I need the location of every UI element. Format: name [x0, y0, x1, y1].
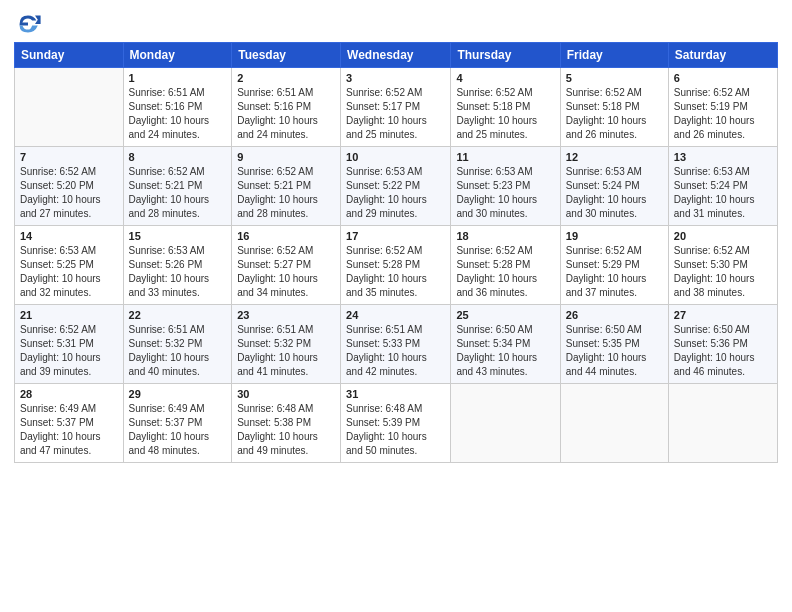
- sunrise-text: Sunrise: 6:51 AM: [237, 324, 313, 335]
- header-friday: Friday: [560, 43, 668, 68]
- sunset-text: Sunset: 5:18 PM: [456, 101, 530, 112]
- calendar-cell: 16 Sunrise: 6:52 AM Sunset: 5:27 PM Dayl…: [232, 226, 341, 305]
- calendar-cell: 22 Sunrise: 6:51 AM Sunset: 5:32 PM Dayl…: [123, 305, 232, 384]
- day-number: 2: [237, 72, 335, 84]
- calendar-cell: 18 Sunrise: 6:52 AM Sunset: 5:28 PM Dayl…: [451, 226, 560, 305]
- daylight-text: Daylight: 10 hours and 24 minutes.: [129, 115, 210, 140]
- calendar-cell: 24 Sunrise: 6:51 AM Sunset: 5:33 PM Dayl…: [341, 305, 451, 384]
- daylight-text: Daylight: 10 hours and 25 minutes.: [346, 115, 427, 140]
- calendar-cell: [668, 384, 777, 463]
- sunrise-text: Sunrise: 6:53 AM: [674, 166, 750, 177]
- sunrise-text: Sunrise: 6:52 AM: [674, 245, 750, 256]
- sunrise-text: Sunrise: 6:53 AM: [20, 245, 96, 256]
- logo: [14, 10, 46, 38]
- day-info: Sunrise: 6:53 AM Sunset: 5:23 PM Dayligh…: [456, 165, 554, 221]
- header-thursday: Thursday: [451, 43, 560, 68]
- sunrise-text: Sunrise: 6:53 AM: [566, 166, 642, 177]
- day-number: 12: [566, 151, 663, 163]
- day-info: Sunrise: 6:51 AM Sunset: 5:32 PM Dayligh…: [129, 323, 227, 379]
- day-number: 3: [346, 72, 445, 84]
- sunset-text: Sunset: 5:24 PM: [674, 180, 748, 191]
- sunset-text: Sunset: 5:37 PM: [20, 417, 94, 428]
- sunrise-text: Sunrise: 6:52 AM: [129, 166, 205, 177]
- day-number: 1: [129, 72, 227, 84]
- day-number: 15: [129, 230, 227, 242]
- day-info: Sunrise: 6:52 AM Sunset: 5:18 PM Dayligh…: [566, 86, 663, 142]
- daylight-text: Daylight: 10 hours and 46 minutes.: [674, 352, 755, 377]
- sunrise-text: Sunrise: 6:49 AM: [20, 403, 96, 414]
- daylight-text: Daylight: 10 hours and 28 minutes.: [237, 194, 318, 219]
- sunrise-text: Sunrise: 6:53 AM: [129, 245, 205, 256]
- calendar-cell: [560, 384, 668, 463]
- day-number: 27: [674, 309, 772, 321]
- sunset-text: Sunset: 5:17 PM: [346, 101, 420, 112]
- day-info: Sunrise: 6:50 AM Sunset: 5:36 PM Dayligh…: [674, 323, 772, 379]
- day-info: Sunrise: 6:52 AM Sunset: 5:28 PM Dayligh…: [456, 244, 554, 300]
- calendar-week-row: 1 Sunrise: 6:51 AM Sunset: 5:16 PM Dayli…: [15, 68, 778, 147]
- sunrise-text: Sunrise: 6:52 AM: [346, 245, 422, 256]
- calendar-cell: 3 Sunrise: 6:52 AM Sunset: 5:17 PM Dayli…: [341, 68, 451, 147]
- day-info: Sunrise: 6:52 AM Sunset: 5:21 PM Dayligh…: [237, 165, 335, 221]
- day-number: 24: [346, 309, 445, 321]
- sunrise-text: Sunrise: 6:50 AM: [674, 324, 750, 335]
- calendar-cell: 29 Sunrise: 6:49 AM Sunset: 5:37 PM Dayl…: [123, 384, 232, 463]
- day-info: Sunrise: 6:53 AM Sunset: 5:24 PM Dayligh…: [566, 165, 663, 221]
- day-info: Sunrise: 6:49 AM Sunset: 5:37 PM Dayligh…: [129, 402, 227, 458]
- sunrise-text: Sunrise: 6:52 AM: [566, 245, 642, 256]
- calendar-cell: 26 Sunrise: 6:50 AM Sunset: 5:35 PM Dayl…: [560, 305, 668, 384]
- daylight-text: Daylight: 10 hours and 48 minutes.: [129, 431, 210, 456]
- sunset-text: Sunset: 5:16 PM: [237, 101, 311, 112]
- daylight-text: Daylight: 10 hours and 34 minutes.: [237, 273, 318, 298]
- day-info: Sunrise: 6:52 AM Sunset: 5:27 PM Dayligh…: [237, 244, 335, 300]
- sunset-text: Sunset: 5:23 PM: [456, 180, 530, 191]
- daylight-text: Daylight: 10 hours and 35 minutes.: [346, 273, 427, 298]
- calendar-cell: 10 Sunrise: 6:53 AM Sunset: 5:22 PM Dayl…: [341, 147, 451, 226]
- sunrise-text: Sunrise: 6:50 AM: [566, 324, 642, 335]
- sunset-text: Sunset: 5:26 PM: [129, 259, 203, 270]
- sunset-text: Sunset: 5:34 PM: [456, 338, 530, 349]
- day-number: 5: [566, 72, 663, 84]
- day-info: Sunrise: 6:53 AM Sunset: 5:25 PM Dayligh…: [20, 244, 118, 300]
- calendar-cell: 1 Sunrise: 6:51 AM Sunset: 5:16 PM Dayli…: [123, 68, 232, 147]
- sunset-text: Sunset: 5:22 PM: [346, 180, 420, 191]
- sunset-text: Sunset: 5:32 PM: [129, 338, 203, 349]
- day-info: Sunrise: 6:50 AM Sunset: 5:35 PM Dayligh…: [566, 323, 663, 379]
- calendar-cell: 31 Sunrise: 6:48 AM Sunset: 5:39 PM Dayl…: [341, 384, 451, 463]
- calendar-cell: 14 Sunrise: 6:53 AM Sunset: 5:25 PM Dayl…: [15, 226, 124, 305]
- daylight-text: Daylight: 10 hours and 25 minutes.: [456, 115, 537, 140]
- day-info: Sunrise: 6:51 AM Sunset: 5:16 PM Dayligh…: [237, 86, 335, 142]
- sunrise-text: Sunrise: 6:48 AM: [237, 403, 313, 414]
- daylight-text: Daylight: 10 hours and 29 minutes.: [346, 194, 427, 219]
- sunset-text: Sunset: 5:29 PM: [566, 259, 640, 270]
- sunset-text: Sunset: 5:30 PM: [674, 259, 748, 270]
- day-number: 18: [456, 230, 554, 242]
- day-info: Sunrise: 6:53 AM Sunset: 5:24 PM Dayligh…: [674, 165, 772, 221]
- daylight-text: Daylight: 10 hours and 47 minutes.: [20, 431, 101, 456]
- sunset-text: Sunset: 5:21 PM: [237, 180, 311, 191]
- sunset-text: Sunset: 5:36 PM: [674, 338, 748, 349]
- sunrise-text: Sunrise: 6:52 AM: [237, 166, 313, 177]
- sunset-text: Sunset: 5:32 PM: [237, 338, 311, 349]
- day-info: Sunrise: 6:52 AM Sunset: 5:17 PM Dayligh…: [346, 86, 445, 142]
- sunset-text: Sunset: 5:35 PM: [566, 338, 640, 349]
- logo-icon: [14, 10, 42, 38]
- daylight-text: Daylight: 10 hours and 30 minutes.: [566, 194, 647, 219]
- sunrise-text: Sunrise: 6:52 AM: [566, 87, 642, 98]
- sunrise-text: Sunrise: 6:52 AM: [346, 87, 422, 98]
- daylight-text: Daylight: 10 hours and 26 minutes.: [566, 115, 647, 140]
- weekday-header-row: Sunday Monday Tuesday Wednesday Thursday…: [15, 43, 778, 68]
- daylight-text: Daylight: 10 hours and 39 minutes.: [20, 352, 101, 377]
- sunrise-text: Sunrise: 6:52 AM: [20, 166, 96, 177]
- sunset-text: Sunset: 5:37 PM: [129, 417, 203, 428]
- calendar-cell: 15 Sunrise: 6:53 AM Sunset: 5:26 PM Dayl…: [123, 226, 232, 305]
- daylight-text: Daylight: 10 hours and 49 minutes.: [237, 431, 318, 456]
- sunrise-text: Sunrise: 6:52 AM: [674, 87, 750, 98]
- daylight-text: Daylight: 10 hours and 50 minutes.: [346, 431, 427, 456]
- sunrise-text: Sunrise: 6:52 AM: [456, 245, 532, 256]
- sunset-text: Sunset: 5:27 PM: [237, 259, 311, 270]
- calendar-cell: 13 Sunrise: 6:53 AM Sunset: 5:24 PM Dayl…: [668, 147, 777, 226]
- calendar-cell: 8 Sunrise: 6:52 AM Sunset: 5:21 PM Dayli…: [123, 147, 232, 226]
- daylight-text: Daylight: 10 hours and 31 minutes.: [674, 194, 755, 219]
- sunset-text: Sunset: 5:19 PM: [674, 101, 748, 112]
- day-number: 25: [456, 309, 554, 321]
